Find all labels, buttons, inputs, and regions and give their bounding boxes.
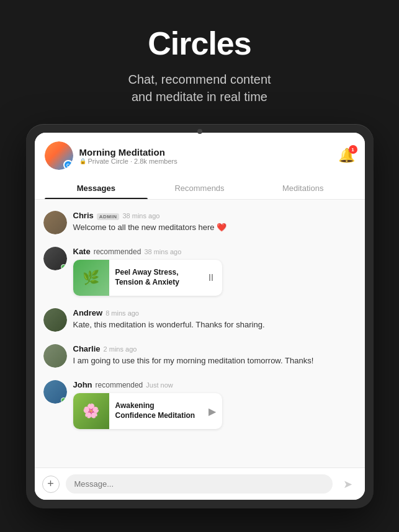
msg-header-chris: Chris ADMIN 38 mins ago	[73, 211, 356, 220]
message-item-andrew: Andrew 8 mins ago Kate, this meditation …	[35, 302, 365, 338]
msg-header-john: John recommended Just now	[73, 380, 356, 389]
msg-content-charlie: Charlie 2 mins ago I am going to use thi…	[73, 344, 356, 366]
message-input[interactable]	[66, 474, 333, 494]
tab-recommends[interactable]: Recommends	[148, 177, 251, 199]
app-header: C Morning Meditation 🔒 Private Circle · …	[35, 133, 365, 200]
media-info-john: Awakening Confidence Meditation	[109, 396, 202, 425]
message-item-charlie: Charlie 2 mins ago I am going to use thi…	[35, 338, 365, 374]
circle-name: Morning Meditation	[79, 147, 177, 157]
bell-container[interactable]: 🔔 1	[338, 148, 355, 164]
hero-subtitle: Chat, recommend content and meditate in …	[37, 71, 362, 105]
leaf-icon: 🌿	[83, 270, 99, 286]
media-action-john[interactable]: ▶	[202, 406, 222, 417]
message-item-kate: Kate recommended 38 mins ago 🌿 Peel Away…	[35, 241, 365, 302]
avatar-chris	[43, 211, 67, 234]
media-thumb-kate: 🌿	[73, 260, 109, 296]
msg-text-andrew: Kate, this meditation is wonderful. Than…	[73, 319, 356, 330]
avatar-kate	[43, 247, 67, 270]
circle-meta: 🔒 Private Circle · 2.8k members	[79, 157, 177, 165]
msg-header-charlie: Charlie 2 mins ago	[73, 344, 356, 353]
media-thumb-john: 🌸	[73, 393, 109, 429]
bottom-bar: + ➤	[35, 468, 365, 500]
circle-left: C Morning Meditation 🔒 Private Circle · …	[45, 141, 177, 170]
msg-content-john: John recommended Just now 🌸 Awakening Co…	[73, 380, 356, 429]
media-card-kate[interactable]: 🌿 Peel Away Stress, Tension & Anxiety ⏸	[73, 260, 222, 296]
msg-header-kate: Kate recommended 38 mins ago	[73, 247, 356, 256]
media-action-kate[interactable]: ⏸	[200, 272, 222, 283]
lock-icon: 🔒	[79, 158, 86, 164]
message-item-john: John recommended Just now 🌸 Awakening Co…	[35, 374, 365, 435]
msg-content-andrew: Andrew 8 mins ago Kate, this meditation …	[73, 308, 356, 330]
media-info-kate: Peel Away Stress, Tension & Anxiety	[109, 263, 200, 292]
media-card-john[interactable]: 🌸 Awakening Confidence Meditation ▶	[73, 393, 222, 429]
avatar-john	[43, 380, 67, 404]
send-icon: ➤	[343, 477, 352, 491]
add-button[interactable]: +	[42, 476, 60, 493]
msg-text-charlie: I am going to use this for my morning me…	[73, 355, 356, 366]
avatar-andrew	[43, 308, 67, 332]
circle-info: C Morning Meditation 🔒 Private Circle · …	[45, 141, 355, 170]
online-dot-kate	[61, 264, 66, 270]
circle-badge: C	[63, 160, 73, 170]
tablet-screen: C Morning Meditation 🔒 Private Circle · …	[35, 133, 365, 500]
msg-text-chris: Welcome to all the new meditators here ❤…	[73, 222, 356, 233]
avatar-charlie	[43, 344, 67, 368]
tab-meditations[interactable]: Meditations	[251, 177, 355, 199]
send-button[interactable]: ➤	[339, 475, 357, 494]
circle-text-info: Morning Meditation 🔒 Private Circle · 2.…	[79, 147, 177, 165]
app-title: Circles	[37, 25, 362, 62]
online-dot-john	[61, 397, 66, 403]
bell-badge: 1	[349, 145, 357, 154]
tab-messages[interactable]: Messages	[45, 177, 148, 199]
circle-avatar: C	[45, 141, 73, 170]
messages-list: Chris ADMIN 38 mins ago Welcome to all t…	[35, 200, 365, 468]
hero-section: Circles Chat, recommend content and medi…	[0, 0, 399, 118]
msg-header-andrew: Andrew 8 mins ago	[73, 308, 356, 317]
app-tabs: Messages Recommends Meditations	[45, 177, 355, 199]
msg-content-kate: Kate recommended 38 mins ago 🌿 Peel Away…	[73, 247, 356, 296]
tablet-camera	[197, 129, 202, 134]
flower-icon: 🌸	[83, 403, 99, 419]
msg-content-chris: Chris ADMIN 38 mins ago Welcome to all t…	[73, 211, 356, 233]
message-item-chris: Chris ADMIN 38 mins ago Welcome to all t…	[35, 205, 365, 241]
tablet-device: C Morning Meditation 🔒 Private Circle · …	[26, 124, 374, 508]
